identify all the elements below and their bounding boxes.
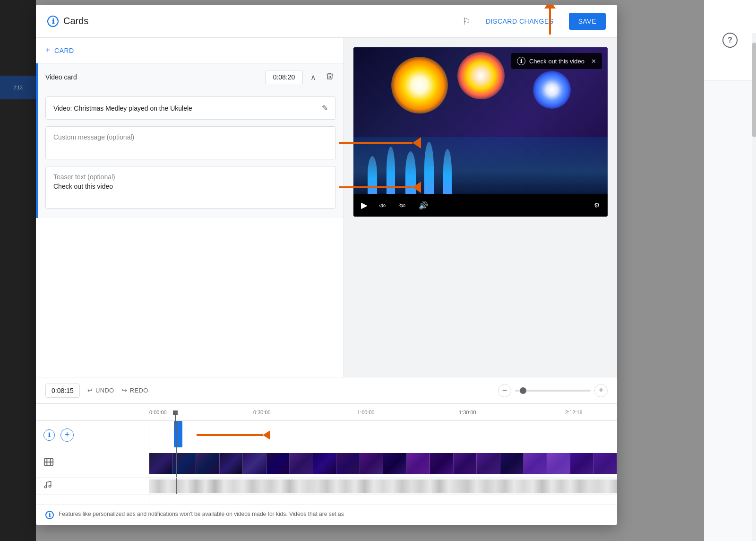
firework-2 bbox=[457, 52, 505, 99]
footer-info-icon: ℹ bbox=[45, 511, 54, 519]
video-track-icon bbox=[43, 457, 54, 470]
zoom-thumb[interactable] bbox=[520, 387, 526, 394]
scrollbar-track bbox=[752, 33, 756, 541]
zoom-track bbox=[515, 390, 591, 392]
video-info-text: Check out this video bbox=[529, 58, 584, 65]
teaser-wrapper: Teaser text (optional) Check out this vi… bbox=[45, 166, 336, 209]
save-arrow-annotation bbox=[544, 5, 556, 35]
timeline-toolbar: 0:08:15 ↩ UNDO ↪ REDO − + bbox=[36, 377, 617, 404]
firework-3 bbox=[533, 71, 571, 109]
audio-track-icon bbox=[43, 480, 52, 491]
plus-icon: + bbox=[45, 45, 51, 55]
video-info-close[interactable]: ✕ bbox=[591, 58, 596, 65]
rewind-icon[interactable]: ↺ 10 bbox=[376, 199, 389, 212]
video-title-field: Video: Christmas Medley played on the Uk… bbox=[45, 96, 336, 120]
zoom-slider[interactable] bbox=[515, 390, 591, 392]
card-marker-arrow bbox=[197, 430, 270, 440]
filmstrip bbox=[149, 453, 617, 474]
video-info-icon: ℹ bbox=[517, 57, 525, 65]
track-content-area bbox=[149, 421, 617, 505]
playhead-video-track bbox=[176, 449, 177, 478]
zoom-controls: − + bbox=[498, 384, 608, 397]
video-card-item: Video card ∧ Video bbox=[36, 63, 344, 218]
teaser-field[interactable]: Teaser text (optional) Check out this vi… bbox=[45, 166, 336, 209]
volume-button[interactable]: 🔊 bbox=[418, 200, 429, 211]
redo-label: REDO bbox=[130, 387, 148, 394]
right-panel: ℹ Check out this video ✕ ▶ ↺ 10 bbox=[344, 38, 617, 377]
playhead-ruler bbox=[175, 412, 176, 429]
playhead-circle-top bbox=[173, 410, 178, 415]
card-item-label: Video card bbox=[45, 73, 259, 81]
video-controls: ▶ ↺ 10 ↻ 10 🔊 ⚙ bbox=[353, 194, 608, 217]
flag-icon[interactable]: ⚐ bbox=[462, 16, 471, 27]
footer-text: Features like personalized ads and notif… bbox=[59, 511, 344, 517]
ruler-time-0: 0:00:00 bbox=[149, 410, 167, 415]
modal-info-icon: ℹ bbox=[47, 16, 59, 27]
bg-thumbnail: 2:13 bbox=[0, 76, 36, 99]
add-card-button[interactable]: + CARD bbox=[45, 45, 74, 55]
track-labels: ℹ + bbox=[36, 421, 149, 505]
custom-message-wrapper: Custom message (optional) bbox=[45, 126, 336, 159]
video-track-label bbox=[36, 449, 149, 478]
background-sidebar: 2:13 bbox=[0, 0, 36, 541]
track-info-icon: ℹ bbox=[43, 429, 55, 441]
video-thumbnail: ℹ Check out this video ✕ bbox=[353, 47, 608, 194]
svg-point-5 bbox=[44, 486, 47, 488]
playhead-track bbox=[176, 421, 177, 449]
bg-right-top: ? bbox=[704, 0, 756, 80]
edit-icon[interactable]: ✎ bbox=[322, 104, 328, 113]
teaser-arrow bbox=[339, 182, 421, 193]
current-time-display[interactable]: 0:08:15 bbox=[45, 384, 80, 398]
modal-header-left: ℹ Cards bbox=[47, 16, 462, 27]
video-info-overlay: ℹ Check out this video ✕ bbox=[511, 53, 602, 69]
timeline-ruler: 0:00:00 0:30:00 1:00:00 1:30:00 2:12:16 bbox=[36, 404, 617, 421]
save-button[interactable]: SAVE bbox=[569, 13, 606, 30]
add-card-label: CARD bbox=[54, 47, 74, 54]
custom-message-field[interactable]: Custom message (optional) bbox=[45, 126, 336, 159]
cards-track bbox=[149, 421, 617, 449]
modal-header: ℹ Cards ⚐ DISCARD CHANGES SAVE bbox=[36, 5, 617, 38]
undo-button[interactable]: ↩ UNDO bbox=[87, 387, 114, 394]
ruler-time-4: 2:12:16 bbox=[565, 410, 583, 415]
forward-icon[interactable]: ↻ 10 bbox=[397, 199, 410, 212]
left-panel: + CARD Video card ∧ bbox=[36, 38, 344, 377]
play-button[interactable]: ▶ bbox=[360, 199, 369, 211]
teaser-label: Teaser text (optional) bbox=[53, 173, 328, 181]
custom-msg-arrow bbox=[339, 137, 421, 148]
fountain-4 bbox=[424, 142, 434, 194]
svg-text:10: 10 bbox=[401, 203, 405, 208]
svg-point-6 bbox=[49, 485, 51, 488]
ruler-time-3: 1:30:00 bbox=[459, 410, 476, 415]
ruler-time-2: 1:00:00 bbox=[357, 410, 375, 415]
timeline-section: 0:08:15 ↩ UNDO ↪ REDO − + bbox=[36, 377, 617, 505]
scrollbar-thumb[interactable] bbox=[752, 43, 756, 137]
help-icon[interactable]: ? bbox=[722, 33, 738, 48]
modal-title: Cards bbox=[63, 16, 88, 26]
cards-modal: ℹ Cards ⚐ DISCARD CHANGES SAVE + CARD bbox=[36, 5, 617, 525]
card-content: Video: Christmas Medley played on the Uk… bbox=[38, 91, 344, 218]
zoom-out-button[interactable]: − bbox=[498, 384, 511, 397]
card-time-input[interactable] bbox=[265, 70, 303, 84]
timeline-tracks: ℹ + bbox=[36, 421, 617, 505]
audio-track-label bbox=[36, 478, 149, 495]
undo-label: UNDO bbox=[95, 387, 114, 394]
fullscreen-settings[interactable]: ⚙ bbox=[593, 201, 601, 210]
card-item-header: Video card ∧ bbox=[38, 63, 344, 91]
audio-waveform bbox=[149, 480, 617, 493]
background-right: ? bbox=[704, 0, 756, 541]
svg-text:10: 10 bbox=[381, 203, 386, 208]
video-track bbox=[149, 449, 617, 478]
chevron-up-button[interactable]: ∧ bbox=[309, 71, 318, 84]
delete-card-button[interactable] bbox=[324, 70, 336, 84]
playhead-audio-track bbox=[176, 478, 177, 495]
track-add-button[interactable]: + bbox=[60, 428, 74, 442]
firework-1 bbox=[391, 57, 448, 113]
video-title-text: Video: Christmas Medley played on the Uk… bbox=[53, 105, 192, 112]
custom-message-placeholder: Custom message (optional) bbox=[53, 133, 328, 141]
undo-icon: ↩ bbox=[87, 387, 93, 394]
redo-icon: ↪ bbox=[122, 387, 127, 394]
zoom-in-button[interactable]: + bbox=[594, 384, 608, 397]
redo-button[interactable]: ↪ REDO bbox=[122, 387, 148, 394]
footer-note: ℹ Features like personalized ads and not… bbox=[36, 505, 617, 525]
teaser-value: Check out this video bbox=[53, 183, 328, 190]
